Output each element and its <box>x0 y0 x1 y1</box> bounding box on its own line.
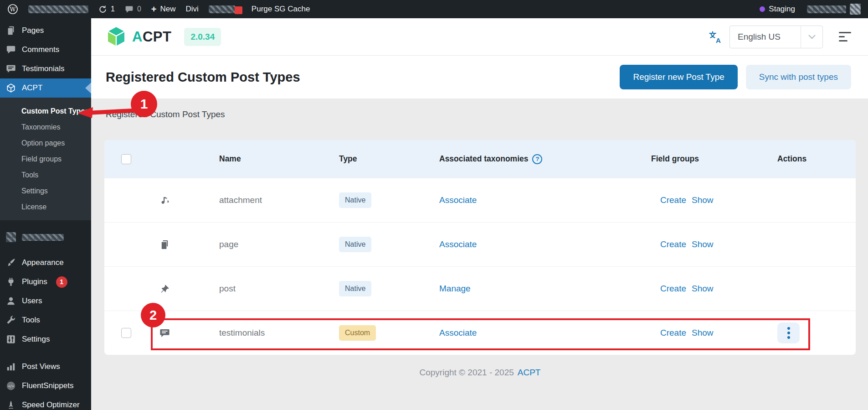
column-name: Name <box>182 154 339 164</box>
sidebar-item-speed-optimizer[interactable]: Speed Optimizer <box>0 395 91 410</box>
column-actions: Actions <box>765 154 856 164</box>
environment-indicator[interactable]: Staging <box>760 5 795 14</box>
submenu-item-field-groups[interactable]: Field groups <box>0 151 91 167</box>
associate-taxonomies-link[interactable]: Associate <box>439 195 477 205</box>
sidebar-item-redacted[interactable] <box>0 228 91 247</box>
comments-icon <box>6 45 16 55</box>
post-type-name: post <box>219 284 236 293</box>
post-type-name: attachment <box>219 195 262 205</box>
sidebar-item-comments[interactable]: Comments <box>0 40 91 59</box>
type-badge-native: Native <box>339 192 371 208</box>
manage-taxonomies-link[interactable]: Manage <box>439 284 471 293</box>
column-field-groups: Field groups <box>651 154 765 164</box>
submenu-item-taxonomies[interactable]: Taxonomies <box>0 119 91 135</box>
rocket-icon <box>6 400 16 410</box>
sidebar-label: Tools <box>22 316 40 325</box>
select-all-checkbox[interactable] <box>121 154 131 164</box>
divi-menu[interactable]: Divi <box>186 5 199 14</box>
submenu-item-license[interactable]: License <box>0 199 91 215</box>
staging-label: Staging <box>769 5 795 14</box>
sidebar-item-plugins[interactable]: Plugins 1 <box>0 272 91 291</box>
purge-sg-cache-menu[interactable]: Purge SG Cache <box>252 5 310 14</box>
wrench-icon <box>6 315 16 325</box>
post-type-name: testimonials <box>219 328 265 337</box>
purge-label: Purge SG Cache <box>252 5 310 14</box>
user-icon <box>6 296 16 306</box>
sidebar-item-acpt[interactable]: ACPT <box>0 78 91 98</box>
plugin-icon <box>6 277 16 287</box>
acpt-header: ACPT 2.0.34 A English US <box>91 18 868 56</box>
comments-menu[interactable]: 0 <box>125 5 141 14</box>
acpt-wordmark: ACPT <box>132 29 171 45</box>
wordpress-admin-screen: W 1 0 + New Divi Purge SG Cache <box>0 0 868 410</box>
register-new-post-type-button[interactable]: Register new Post Type <box>620 65 737 89</box>
sidebar-item-settings[interactable]: Settings <box>0 330 91 349</box>
create-field-group-link[interactable]: Create <box>660 195 686 205</box>
wordpress-logo-menu[interactable]: W <box>7 4 18 15</box>
create-field-group-link[interactable]: Create <box>660 284 686 294</box>
submenu-item-custom-post-types[interactable]: Custom Post Types <box>0 103 91 119</box>
show-field-groups-link[interactable]: Show <box>692 328 714 338</box>
acpt-footer-link[interactable]: ACPT <box>518 368 541 377</box>
row-actions-kebab-button[interactable] <box>777 322 800 343</box>
redacted-admin-menu[interactable] <box>209 5 235 13</box>
language-select[interactable]: English US <box>729 26 823 48</box>
sync-with-post-types-button[interactable]: Sync with post types <box>746 65 851 89</box>
sidebar-item-pages[interactable]: Pages <box>0 21 91 40</box>
translate-icon[interactable]: A <box>708 30 723 44</box>
translate-a-glyph: A <box>716 36 721 44</box>
pushpin-icon <box>159 284 170 294</box>
page-title: Registered Custom Post Types <box>106 70 300 85</box>
comments-count: 0 <box>137 5 141 13</box>
sidebar-label: Testimonials <box>22 64 65 73</box>
sidebar-item-users[interactable]: Users <box>0 291 91 311</box>
staging-dot-icon <box>760 6 765 12</box>
sidebar-label: Appearance <box>22 258 64 267</box>
updates-icon <box>98 5 107 14</box>
show-field-groups-link[interactable]: Show <box>692 284 714 294</box>
help-icon[interactable]: ? <box>532 154 542 164</box>
testimonial-icon <box>159 328 170 338</box>
copyright-text: Copyright © 2021 - 2025 <box>420 368 514 377</box>
table-header-row: Name Type Associated taxonomies ? Field … <box>104 140 856 178</box>
table-subtitle: Registered Custom Post Types <box>106 109 856 119</box>
sidebar-item-post-views[interactable]: Post Views <box>0 357 91 376</box>
row-checkbox[interactable] <box>121 328 131 338</box>
show-field-groups-link[interactable]: Show <box>692 195 714 205</box>
submenu-item-settings[interactable]: Settings <box>0 183 91 199</box>
account-menu[interactable] <box>807 4 861 15</box>
associate-taxonomies-link[interactable]: Associate <box>439 239 477 249</box>
new-content-menu[interactable]: + New <box>151 5 176 14</box>
site-name-redacted[interactable] <box>28 5 88 13</box>
menu-icon[interactable] <box>839 32 853 42</box>
sidebar-item-tools[interactable]: Tools <box>0 311 91 330</box>
sidebar-label: ACPT <box>22 83 42 93</box>
sidebar-item-fluentsnippets[interactable]: </> FluentSnippets <box>0 376 91 395</box>
code-glyph: </> <box>8 384 14 388</box>
sidebar-label: Post Views <box>22 362 60 371</box>
avatar <box>850 4 861 15</box>
page-title-bar: Registered Custom Post Types Register ne… <box>91 56 868 99</box>
username-redacted <box>807 5 846 13</box>
show-field-groups-link[interactable]: Show <box>692 239 714 249</box>
post-types-table: Name Type Associated taxonomies ? Field … <box>104 140 856 355</box>
type-badge-native: Native <box>339 237 371 252</box>
version-badge: 2.0.34 <box>184 28 221 46</box>
sidebar-item-appearance[interactable]: Appearance <box>0 253 91 272</box>
column-taxonomies-label: Associated taxonomies <box>439 154 528 164</box>
wordpress-w-glyph: W <box>10 6 16 13</box>
create-field-group-link[interactable]: Create <box>660 239 686 249</box>
updates-menu[interactable]: 1 <box>98 5 115 14</box>
pages-icon <box>6 26 16 36</box>
wordpress-logo-icon: W <box>7 4 18 15</box>
create-field-group-link[interactable]: Create <box>660 328 686 338</box>
wordmark-accent: A <box>132 29 143 45</box>
submenu-item-tools[interactable]: Tools <box>0 167 91 183</box>
post-type-name: page <box>219 239 238 249</box>
associate-taxonomies-link[interactable]: Associate <box>439 328 477 337</box>
footer: Copyright © 2021 - 2025ACPT <box>104 368 856 378</box>
submenu-item-option-pages[interactable]: Option pages <box>0 135 91 151</box>
sidebar-item-testimonials[interactable]: Testimonials <box>0 59 91 78</box>
acpt-submenu: Custom Post Types Taxonomies Option page… <box>0 98 91 220</box>
admin-bar: W 1 0 + New Divi Purge SG Cache <box>0 0 868 18</box>
